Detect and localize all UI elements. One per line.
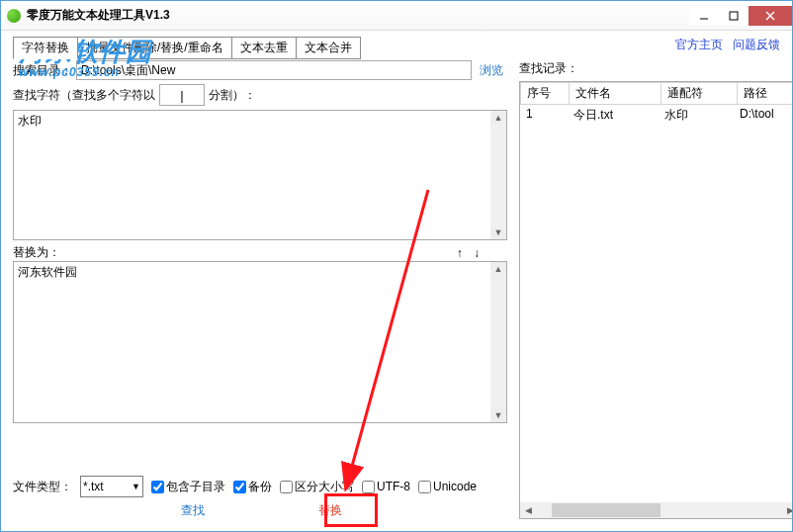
window-title: 零度万能文本处理工具V1.3 — [27, 7, 170, 24]
separator-input[interactable] — [159, 84, 205, 106]
label-find-chars-post: 分割）： — [209, 87, 256, 104]
app-window: 零度万能文本处理工具V1.3 河东软件园 www.pc0359.cn 字符替换 … — [0, 0, 793, 532]
scroll-down-icon[interactable]: ▼ — [491, 225, 505, 239]
scroll-thumb[interactable] — [552, 503, 661, 517]
svg-rect-1 — [730, 12, 738, 20]
tab-char-replace[interactable]: 字符替换 — [13, 37, 78, 59]
find-button[interactable]: 查找 — [181, 502, 205, 519]
tab-merge[interactable]: 文本合并 — [296, 37, 361, 59]
cell-file: 今日.txt — [568, 106, 659, 125]
file-type-select[interactable]: *.txt ▼ — [80, 476, 143, 497]
checkbox-unicode[interactable]: Unicode — [418, 480, 477, 493]
label-search-dir: 搜索目录： — [13, 62, 72, 79]
checkbox-utf8[interactable]: UTF-8 — [362, 480, 410, 493]
right-pane: 查找记录： 序号 文件名 通配符 路径 1 今日.txt 水印 D:\tool — [519, 60, 793, 519]
checkbox-backup[interactable]: 备份 — [233, 479, 272, 495]
scrollbar-horizontal[interactable]: ◀ ▶ — [520, 502, 793, 518]
header-wildcard[interactable]: 通配符 — [661, 82, 738, 105]
scroll-down-icon[interactable]: ▼ — [491, 408, 505, 422]
link-official-home[interactable]: 官方主页 — [675, 37, 723, 53]
replace-textarea[interactable] — [13, 261, 507, 423]
table-row[interactable]: 1 今日.txt 水印 D:\tool — [520, 106, 793, 125]
left-pane: 搜索目录： 浏览 查找字符（查找多个字符以 分割）： ▲ ▼ — [13, 60, 507, 519]
header-file[interactable]: 文件名 — [570, 82, 661, 105]
label-find-chars-pre: 查找字符（查找多个字符以 — [13, 87, 155, 104]
scroll-left-icon[interactable]: ◀ — [520, 502, 536, 518]
checkbox-subdir[interactable]: 包含子目录 — [151, 479, 225, 495]
swap-arrows[interactable]: ↑ ↓ — [457, 246, 484, 260]
label-records: 查找记录： — [519, 60, 793, 77]
close-button[interactable] — [749, 6, 792, 26]
app-icon — [7, 9, 21, 23]
table-header: 序号 文件名 通配符 路径 — [520, 82, 793, 106]
header-sn[interactable]: 序号 — [520, 82, 570, 105]
tab-batch-file[interactable]: 批量文件删除/替换/重命名 — [77, 37, 232, 59]
scroll-right-icon[interactable]: ▶ — [782, 502, 793, 518]
cell-sn: 1 — [520, 106, 568, 125]
replace-button[interactable]: 替换 — [318, 502, 342, 519]
titlebar: 零度万能文本处理工具V1.3 — [1, 1, 792, 31]
cell-wildcard: 水印 — [659, 106, 734, 125]
minimize-button[interactable] — [689, 6, 719, 26]
browse-button[interactable]: 浏览 — [476, 62, 507, 79]
file-type-value: *.txt — [83, 480, 104, 493]
label-file-type: 文件类型： — [13, 479, 72, 495]
records-table: 序号 文件名 通配符 路径 1 今日.txt 水印 D:\tool ◀ — [519, 81, 793, 519]
scroll-up-icon[interactable]: ▲ — [491, 262, 505, 276]
cell-path: D:\tool — [734, 106, 793, 125]
scrollbar-replace[interactable]: ▲ ▼ — [490, 262, 506, 422]
tab-strip: 字符替换 批量文件删除/替换/重命名 文本去重 文本合并 — [13, 37, 780, 59]
maximize-button[interactable] — [719, 6, 749, 26]
scroll-up-icon[interactable]: ▲ — [491, 111, 505, 125]
tab-dedup[interactable]: 文本去重 — [231, 37, 297, 59]
link-feedback[interactable]: 问题反馈 — [733, 37, 780, 53]
top-links: 官方主页 问题反馈 — [675, 37, 780, 53]
label-replace: 替换为： — [13, 244, 60, 261]
checkbox-case[interactable]: 区分大小写 — [280, 479, 354, 495]
scrollbar-find[interactable]: ▲ ▼ — [490, 111, 506, 239]
chevron-down-icon: ▼ — [132, 482, 140, 491]
find-textarea[interactable] — [13, 110, 507, 240]
header-path[interactable]: 路径 — [738, 82, 793, 105]
search-dir-input[interactable] — [76, 60, 472, 80]
